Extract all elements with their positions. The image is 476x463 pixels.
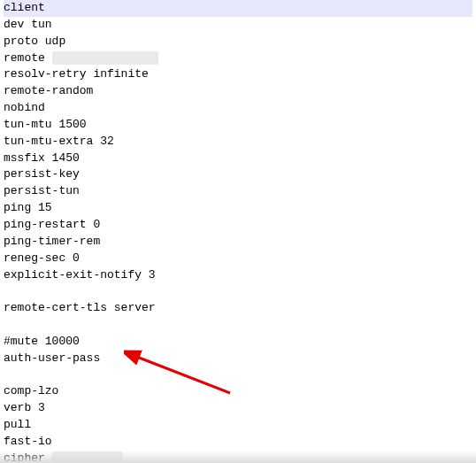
config-line: persist-tun [4,183,472,200]
config-line: remote [4,50,472,67]
config-text-block: clientdev tunproto udpremote resolv-retr… [0,0,476,463]
redacted-value [52,51,158,64]
config-line [4,317,472,334]
config-line: remote-random [4,83,472,100]
config-line: client [4,0,472,17]
config-line: tun-mtu-extra 32 [4,134,472,150]
config-line: mssfix 1450 [4,150,472,167]
config-line: fast-io [4,434,472,451]
config-line [4,283,472,300]
config-line: proto udp [4,34,472,50]
config-line: auth-user-pass [4,351,472,367]
config-line [4,367,472,384]
config-line: explicit-exit-notify 3 [4,267,472,284]
config-line: tun-mtu 1500 [4,117,472,134]
config-line: resolv-retry infinite [4,66,472,83]
config-line: #mute 10000 [4,334,472,351]
config-line: verb 3 [4,400,472,417]
config-line: remote-cert-tls server [4,300,472,317]
config-line: comp-lzo [4,383,472,400]
bottom-fade [0,451,476,463]
config-line: nobind [4,100,472,117]
config-line: pull [4,417,472,434]
config-line: ping-restart 0 [4,217,472,234]
config-line: ping-timer-rem [4,234,472,251]
config-line: persist-key [4,166,472,183]
config-line: ping 15 [4,200,472,217]
config-line: reneg-sec 0 [4,251,472,267]
config-line: dev tun [4,17,472,34]
